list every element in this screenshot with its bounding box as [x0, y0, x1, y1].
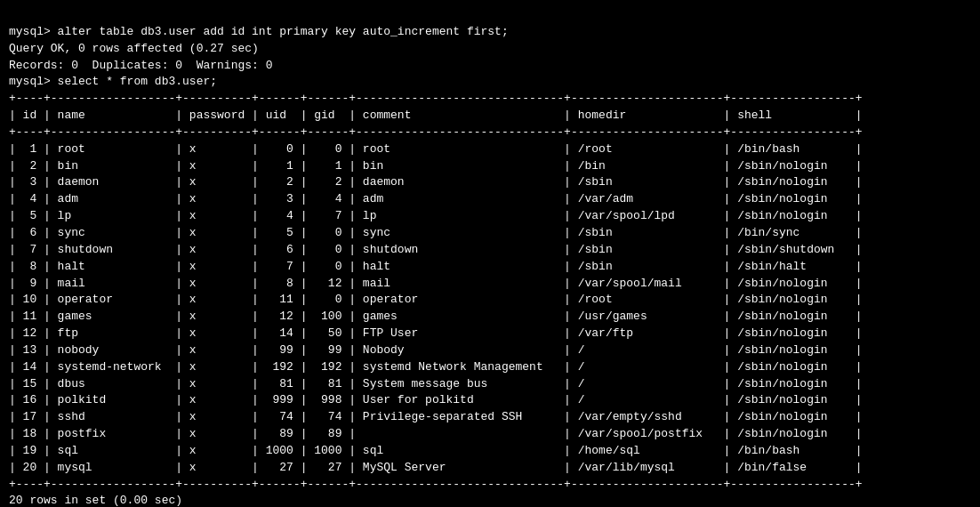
- terminal-line: +----+------------------+----------+----…: [9, 125, 971, 141]
- terminal-line: Records: 0 Duplicates: 0 Warnings: 0: [9, 58, 971, 75]
- terminal-window: mysql> alter table db3.user add id int p…: [9, 7, 971, 507]
- terminal-line: | 13 | nobody | x | 99 | 99 | Nobody | /…: [9, 342, 971, 359]
- terminal-line: | 18 | postfix | x | 89 | 89 | | /var/sp…: [9, 426, 971, 443]
- terminal-line: | 14 | systemd-network | x | 192 | 192 |…: [9, 359, 971, 376]
- terminal-line: | 4 | adm | x | 3 | 4 | adm | /var/adm |…: [9, 191, 971, 208]
- terminal-line: | id | name | password | uid | gid | com…: [9, 108, 971, 125]
- terminal-line: | 17 | sshd | x | 74 | 74 | Privilege-se…: [9, 409, 971, 426]
- terminal-line: | 11 | games | x | 12 | 100 | games | /u…: [9, 309, 971, 326]
- terminal-line: mysql> alter table db3.user add id int p…: [9, 24, 971, 41]
- terminal-line: mysql> select * from db3.user;: [9, 74, 971, 91]
- terminal-line: | 15 | dbus | x | 81 | 81 | System messa…: [9, 376, 971, 393]
- terminal-line: | 12 | ftp | x | 14 | 50 | FTP User | /v…: [9, 326, 971, 342]
- terminal-line: +----+------------------+----------+----…: [9, 91, 971, 108]
- terminal-line: | 2 | bin | x | 1 | 1 | bin | /bin | /sb…: [9, 158, 971, 175]
- terminal-line: | 3 | daemon | x | 2 | 2 | daemon | /sbi…: [9, 174, 971, 191]
- terminal-line: | 5 | lp | x | 4 | 7 | lp | /var/spool/l…: [9, 208, 971, 225]
- terminal-line: +----+------------------+----------+----…: [9, 477, 971, 494]
- terminal-line: | 16 | polkitd | x | 999 | 998 | User fo…: [9, 392, 971, 409]
- terminal-line: | 19 | sql | x | 1000 | 1000 | sql | /ho…: [9, 443, 971, 460]
- terminal-line: | 8 | halt | x | 7 | 0 | halt | /sbin | …: [9, 259, 971, 276]
- terminal-line: | 1 | root | x | 0 | 0 | root | /root | …: [9, 141, 971, 158]
- terminal-line: | 7 | shutdown | x | 6 | 0 | shutdown | …: [9, 242, 971, 259]
- terminal-line: | 10 | operator | x | 11 | 0 | operator …: [9, 292, 971, 309]
- terminal-line: | 6 | sync | x | 5 | 0 | sync | /sbin | …: [9, 225, 971, 242]
- terminal-line: | 9 | mail | x | 8 | 12 | mail | /var/sp…: [9, 276, 971, 293]
- terminal-line: 20 rows in set (0.00 sec): [9, 493, 971, 507]
- terminal-line: | 20 | mysql | x | 27 | 27 | MySQL Serve…: [9, 460, 971, 477]
- terminal-line: Query OK, 0 rows affected (0.27 sec): [9, 41, 971, 58]
